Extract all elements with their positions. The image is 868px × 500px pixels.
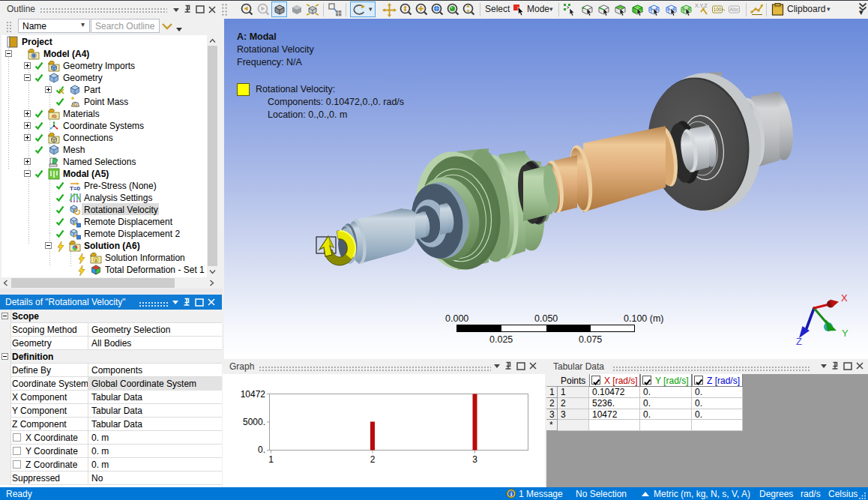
svg-text:0.: 0. bbox=[258, 445, 265, 455]
svg-text:Kg: Kg bbox=[73, 103, 78, 107]
svg-text:X: X bbox=[841, 292, 848, 304]
svg-text:i: i bbox=[95, 257, 97, 262]
svg-text:100: 100 bbox=[714, 7, 722, 12]
svg-text:T=0: T=0 bbox=[70, 185, 81, 192]
svg-text:Abc: Abc bbox=[729, 7, 739, 12]
svg-text:1: 1 bbox=[268, 454, 274, 465]
svg-text:3: 3 bbox=[472, 454, 477, 465]
svg-text:5000.: 5000. bbox=[243, 417, 265, 427]
svg-text:10472: 10472 bbox=[241, 389, 266, 400]
svg-text:Y: Y bbox=[842, 328, 849, 339]
svg-text:2: 2 bbox=[370, 454, 376, 465]
svg-text:Z: Z bbox=[796, 336, 802, 347]
